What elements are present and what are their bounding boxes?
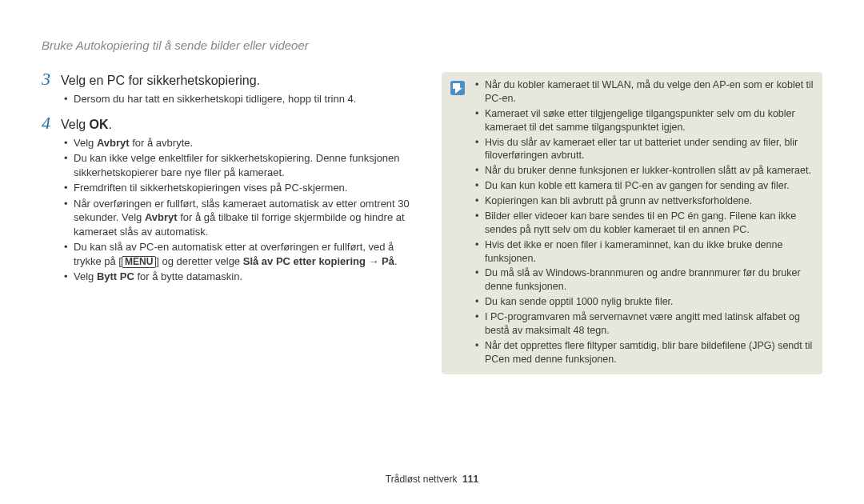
note-item: Kameraet vil søke etter tilgjengelige ti… xyxy=(475,107,814,134)
right-column: Når du kobler kameraet til WLAN, må du v… xyxy=(432,69,822,374)
step-3-bullets: Dersom du har tatt en sikkerhetskopi tid… xyxy=(64,92,411,106)
note-list: Når du kobler kameraet til WLAN, må du v… xyxy=(475,78,814,366)
step-title: Velg OK. xyxy=(61,118,112,132)
bullet-item: Velg Avbryt for å avbryte. xyxy=(64,136,411,150)
step-title-bold: OK xyxy=(90,118,109,131)
text: . xyxy=(394,255,398,267)
page-footer: Trådløst nettverk 111 xyxy=(0,474,864,485)
text: ] og deretter velge xyxy=(156,255,242,267)
bullet-item: Du kan slå av PC-en automatisk etter at … xyxy=(64,240,411,268)
step-4-bullets: Velg Avbryt for å avbryte. Du kan ikke v… xyxy=(64,136,411,284)
bullet-item: Du kan ikke velge enkeltfiler for sikker… xyxy=(64,151,411,179)
note-item: Hvis det ikke er noen filer i kameraminn… xyxy=(475,238,814,266)
note-icon xyxy=(450,80,466,96)
bullet-item: Velg Bytt PC for å bytte datamaskin. xyxy=(64,270,411,284)
step-4: 4 Velg OK. Velg Avbryt for å avbryte. Du… xyxy=(42,113,411,284)
step-title-text: Velg en PC for sikkerhetskopiering. xyxy=(61,74,260,87)
step-title: Velg en PC for sikkerhetskopiering. xyxy=(61,74,260,88)
bold-text: Bytt PC xyxy=(97,270,134,282)
bold-text: Avbryt xyxy=(145,211,178,223)
text: for å avbryte. xyxy=(130,137,193,149)
step-number: 4 xyxy=(42,113,61,134)
note-item: Når det opprettes flere filtyper samtidi… xyxy=(475,339,814,366)
note-item: Du kan kun koble ett kamera til PC-en av… xyxy=(475,179,814,193)
note-item: Bilder eller videoer kan bare sendes til… xyxy=(475,210,814,237)
bullet-item: Når overføringen er fullført, slås kamer… xyxy=(64,197,411,239)
bullet-item: Dersom du har tatt en sikkerhetskopi tid… xyxy=(64,92,411,106)
bold-text: Slå av PC etter kopiering → På xyxy=(243,255,394,267)
menu-button-icon: MENU xyxy=(122,256,156,268)
note-item: I PC-programvaren må servernavnet være a… xyxy=(475,310,814,338)
note-item: Du kan sende opptil 1000 nylig brukte fi… xyxy=(475,295,814,309)
page-header: Bruke Autokopiering til å sende bilder e… xyxy=(42,38,309,52)
note-item: Du må slå av Windows-brannmuren og andre… xyxy=(475,266,814,294)
left-column: 3 Velg en PC for sikkerhetskopiering. De… xyxy=(42,69,432,374)
text: Velg xyxy=(74,270,97,282)
document-page: Bruke Autokopiering til å sende bilder e… xyxy=(0,0,864,504)
content-columns: 3 Velg en PC for sikkerhetskopiering. De… xyxy=(0,69,864,374)
text: for å bytte datamaskin. xyxy=(134,270,242,282)
note-box: Når du kobler kameraet til WLAN, må du v… xyxy=(442,72,822,374)
note-item: Når du kobler kameraet til WLAN, må du v… xyxy=(475,78,814,106)
note-item: Når du bruker denne funksjonen er lukker… xyxy=(475,164,814,178)
footer-page-number: 111 xyxy=(462,474,478,485)
step-3: 3 Velg en PC for sikkerhetskopiering. De… xyxy=(42,69,411,106)
text: Velg xyxy=(74,137,97,149)
bold-text: Avbryt xyxy=(97,137,130,149)
step-number: 3 xyxy=(42,69,61,90)
step-title-pre: Velg xyxy=(61,118,90,131)
step-title-post: . xyxy=(109,118,112,131)
footer-section: Trådløst nettverk xyxy=(386,474,458,485)
note-item: Kopieringen kan bli avbrutt på grunn av … xyxy=(475,194,814,208)
bullet-item: Fremdriften til sikkerhetskopieringen vi… xyxy=(64,181,411,195)
note-item: Hvis du slår av kameraet eller tar ut ba… xyxy=(475,136,814,163)
